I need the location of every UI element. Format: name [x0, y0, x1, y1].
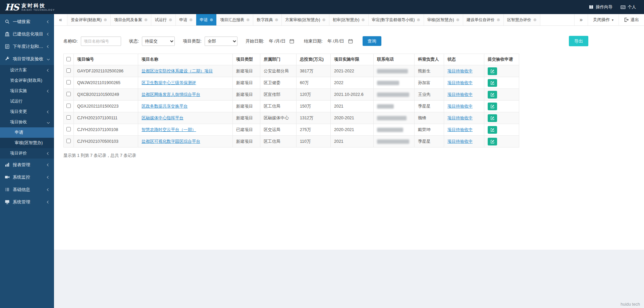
tab-close-icon[interactable]: ⊗: [275, 18, 278, 22]
operation-guide-button[interactable]: 操作向导: [589, 4, 612, 10]
export-button[interactable]: 导出: [569, 36, 588, 46]
sidebar-item-quick-search[interactable]: 一键搜索: [0, 15, 54, 28]
query-button[interactable]: 查询: [363, 36, 381, 46]
sidebar-item-report-management[interactable]: 报表管理: [0, 159, 54, 171]
logo-title: 亥时科技: [21, 3, 55, 8]
row-checkbox[interactable]: [66, 127, 71, 131]
tab-close-icon[interactable]: ⊗: [189, 18, 193, 22]
sidebar-item-built-projects[interactable]: 已建信息化项目: [0, 28, 54, 40]
row-checkbox[interactable]: [66, 80, 71, 84]
project-invest: 120万: [297, 89, 331, 101]
tab-close-icon[interactable]: ⊗: [322, 18, 325, 22]
submit-acceptance-button[interactable]: [488, 126, 497, 134]
sidebar-item-system-monitor[interactable]: 系统监控: [0, 171, 54, 183]
sidebar-item-next-year-plan[interactable]: 下年度计划和审批: [0, 40, 54, 53]
project-period: 2020-2021: [331, 124, 374, 136]
app-logo: HS 亥时科技 HAISHI TECHNOLOGY: [5, 3, 55, 12]
project-name-link[interactable]: 盐都区治安防控体系建设（二期）项目: [142, 69, 213, 73]
table-row: CJYH2021070500103盐都区可视化数字园区综合平台新建项目区工信局1…: [64, 136, 519, 147]
name-filter-input[interactable]: [81, 37, 121, 46]
tab-close-icon[interactable]: ⊗: [362, 18, 365, 22]
sidebar-item-design-plan[interactable]: 设计方案: [0, 65, 54, 75]
tab-11[interactable]: 建设单位自评价⊗: [463, 14, 504, 25]
status-link[interactable]: 项目待验收中: [447, 92, 473, 97]
tab-close-icon[interactable]: ⊗: [417, 18, 420, 22]
tabs-scroll-left-button[interactable]: «: [54, 14, 67, 25]
project-dept: 区融媒体中心: [260, 112, 297, 124]
submit-acceptance-button[interactable]: [488, 103, 497, 110]
project-name-link[interactable]: 区卫生数据中心三级等保测评: [142, 80, 196, 85]
sidebar-item-project-management[interactable]: 项目管理及验收: [0, 53, 54, 65]
sidebar-item-label: 项目管理及验收: [13, 56, 44, 62]
tab-12[interactable]: 区智慧办评价⊗: [504, 14, 540, 25]
tab-1[interactable]: 项目合同及备案⊗: [111, 14, 151, 25]
project-name-link[interactable]: 区政务数据共享交换平台: [142, 104, 188, 109]
tab-close-icon[interactable]: ⊗: [533, 18, 537, 22]
row-checkbox[interactable]: [66, 92, 71, 96]
tab-7[interactable]: 方案审核(区智慧办)⊗: [282, 14, 329, 25]
logout-label: 退出: [631, 17, 639, 23]
tab-9[interactable]: 审定(数字盐都领导小组)⊗: [369, 14, 424, 25]
status-link[interactable]: 项目待验收中: [447, 69, 473, 73]
tab-5[interactable]: 项目汇总报表⊗: [217, 14, 253, 25]
sidebar-item-trial-run[interactable]: 试运行: [0, 96, 54, 107]
start-date-input[interactable]: 年 /月/日: [267, 37, 296, 46]
column-header: 项目实施年限: [331, 54, 374, 65]
tab-6[interactable]: 数字跟典⊗: [253, 14, 282, 25]
project-manager: 熊新生: [415, 65, 444, 77]
sidebar-item-acceptance[interactable]: 项目验收: [0, 117, 54, 127]
tab-close-icon[interactable]: ⊗: [497, 18, 500, 22]
project-name-link[interactable]: 盐都区网络发言人舆情综合平台: [142, 92, 200, 97]
sidebar-item-fund-review[interactable]: 资金评审(财政局): [0, 75, 54, 86]
chevron-left-icon: [47, 69, 50, 71]
row-checkbox[interactable]: [66, 115, 71, 120]
row-checkbox[interactable]: [66, 104, 71, 108]
tabs-scroll-right-button[interactable]: »: [574, 14, 588, 25]
status-link[interactable]: 项目待验收中: [447, 139, 473, 144]
sidebar-item-basic-info[interactable]: 基础信息: [0, 183, 54, 196]
status-link[interactable]: 项目待验收中: [447, 104, 473, 109]
end-date-input[interactable]: 年 /月/日: [326, 37, 355, 46]
tab-close-icon[interactable]: ⊗: [210, 18, 213, 22]
status-link[interactable]: 项目待验收中: [447, 127, 473, 132]
sidebar-item-system-management[interactable]: 系统管理: [0, 196, 54, 208]
sidebar-item-apply[interactable]: 申请: [0, 127, 54, 138]
tab-close-icon[interactable]: ⊗: [144, 18, 148, 22]
tab-3[interactable]: 申请⊗: [176, 14, 196, 25]
sidebar-item-evaluation[interactable]: 项目评价: [0, 148, 54, 159]
logout-button[interactable]: 退出: [619, 14, 644, 25]
personal-button[interactable]: 个人: [621, 4, 636, 10]
project-name-link[interactable]: 智慧农路时空云平台（一期）: [142, 127, 196, 132]
project-period: 2021.10-2022.6: [331, 89, 374, 101]
status-link[interactable]: 项目待验收中: [447, 116, 473, 120]
tab-8[interactable]: 初审(区智慧办)⊗: [329, 14, 369, 25]
sidebar-item-implementation[interactable]: 项目实施: [0, 86, 54, 96]
submit-acceptance-button[interactable]: [488, 67, 497, 75]
tab-close-icon[interactable]: ⊗: [169, 18, 172, 22]
content-panel: 名称ID: 状态: 待提交 项目类型: 全部: [54, 26, 644, 250]
tab-0[interactable]: 资金评审(财政局)⊗: [67, 14, 111, 25]
row-checkbox[interactable]: [66, 139, 71, 143]
row-checkbox[interactable]: [66, 68, 71, 73]
submit-acceptance-button[interactable]: [488, 138, 497, 145]
submit-acceptance-button[interactable]: [488, 114, 497, 122]
tab-close-icon[interactable]: ⊗: [456, 18, 460, 22]
tab-4[interactable]: 申请⊗: [196, 14, 217, 25]
filter-bar: 名称ID: 状态: 待提交 项目类型: 全部: [63, 31, 635, 54]
tab-10[interactable]: 审核(区智慧办)⊗: [424, 14, 463, 25]
tab-close-icon[interactable]: ⊗: [246, 18, 250, 22]
chevron-left-icon: [47, 163, 50, 166]
project-name-link[interactable]: 区融媒体中心指挥平台: [142, 116, 183, 120]
sidebar-item-project-change[interactable]: 项目变更: [0, 107, 54, 117]
select-all-checkbox[interactable]: [66, 57, 71, 61]
submit-acceptance-button[interactable]: [488, 91, 497, 99]
tab-close-icon[interactable]: ⊗: [104, 18, 107, 22]
project-type-select[interactable]: 全部: [205, 37, 237, 46]
status-select[interactable]: 待提交: [142, 37, 175, 46]
status-link[interactable]: 项目待验收中: [447, 80, 473, 85]
submit-acceptance-button[interactable]: [488, 79, 497, 87]
close-operations-dropdown[interactable]: 关闭操作 ▾: [588, 14, 619, 25]
sidebar-item-review-smart-office[interactable]: 审核(区智慧办): [0, 138, 54, 148]
project-name-link[interactable]: 盐都区可视化数字园区综合平台: [142, 139, 200, 144]
tab-2[interactable]: 试运行⊗: [151, 14, 176, 25]
